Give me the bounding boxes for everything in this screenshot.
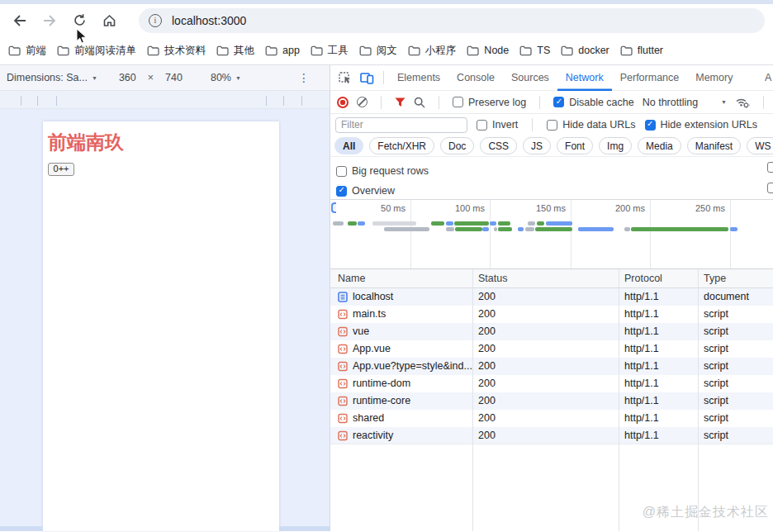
column-header-type[interactable]: Type [698, 269, 773, 287]
clipped-checkbox[interactable] [767, 162, 773, 173]
toggle-device-toolbar-icon[interactable] [357, 68, 377, 88]
bookmark-folder[interactable]: 前端阅读清单 [57, 44, 136, 58]
viewport-margin-band [0, 526, 43, 531]
cell-protocol: http/1.1 [619, 358, 698, 375]
tab-console[interactable]: Console [448, 65, 503, 91]
filter-chip-img[interactable]: Img [599, 137, 632, 154]
bookmark-folder[interactable]: docker [561, 45, 609, 56]
table-row[interactable]: main.ts200http/1.1script [330, 306, 773, 323]
checkbox-unchecked[interactable] [477, 120, 487, 131]
table-row[interactable]: shared200http/1.1script [330, 410, 773, 427]
zoom-select[interactable]: 80% ▼ [211, 72, 241, 83]
viewport-margin-band [279, 526, 330, 531]
preserve-log-checkbox[interactable]: Preserve log [453, 97, 526, 108]
network-conditions-icon[interactable] [735, 97, 750, 108]
filter-chip-all[interactable]: All [334, 137, 363, 154]
throttling-select[interactable]: No throttling [643, 97, 698, 108]
counter-button[interactable]: 0++ [48, 163, 74, 176]
filter-chip-font[interactable]: Font [557, 137, 593, 154]
filter-chip-js[interactable]: JS [523, 137, 551, 154]
address-bar[interactable]: i localhost:3000 [139, 8, 765, 33]
divider [532, 118, 533, 131]
checkbox-unchecked[interactable] [547, 120, 557, 131]
tab-application-clipped[interactable]: A [765, 65, 773, 91]
table-row[interactable]: runtime-dom200http/1.1script [330, 375, 773, 392]
bookmark-folder[interactable]: 小程序 [408, 44, 457, 58]
url-text[interactable]: localhost:3000 [172, 14, 246, 27]
bookmark-folder[interactable]: 技术资料 [147, 44, 206, 58]
forward-icon[interactable] [38, 9, 61, 32]
bookmark-folder[interactable]: 前端 [8, 44, 46, 58]
table-row[interactable]: vue200http/1.1script [330, 323, 773, 340]
viewport-height-field[interactable]: 740 [165, 72, 183, 83]
viewport-width-field[interactable]: 360 [119, 72, 136, 83]
inspect-element-icon[interactable] [335, 68, 355, 88]
search-icon[interactable] [414, 97, 425, 108]
divider [539, 96, 540, 109]
hide-data-urls-checkbox[interactable]: Hide data URLs [547, 119, 635, 131]
invert-checkbox[interactable]: Invert [477, 119, 518, 131]
checkbox-checked[interactable] [336, 186, 347, 197]
folder-icon [311, 45, 323, 56]
bookmark-folder[interactable]: 其他 [216, 44, 254, 58]
filter-chip-ws[interactable]: WS [747, 137, 773, 154]
filter-chip-media[interactable]: Media [638, 137, 681, 154]
tab-sources[interactable]: Sources [503, 65, 557, 91]
device-toolbar-menu-icon[interactable]: ⋮ [298, 71, 310, 84]
cell-status: 200 [472, 288, 619, 306]
tab-network[interactable]: Network [557, 65, 612, 91]
cell-status: 200 [472, 340, 619, 358]
browser-window: i localhost:3000 前端前端阅读清单技术资料其他app工具阅文小程… [0, 0, 773, 532]
big-request-rows-checkbox[interactable]: Big request rows [336, 161, 773, 181]
request-name: localhost [353, 288, 393, 306]
cell-status: 200 [472, 375, 619, 392]
checkbox-unchecked[interactable] [453, 97, 463, 107]
bookmark-folder[interactable]: TS [519, 45, 550, 56]
tab-memory[interactable]: Memory [687, 65, 741, 91]
tab-elements[interactable]: Elements [389, 65, 448, 91]
table-row[interactable]: reactivity200http/1.1script [330, 427, 773, 444]
disable-cache-checkbox[interactable]: Disable cache [553, 97, 634, 108]
home-icon[interactable] [97, 9, 121, 32]
column-header-status[interactable]: Status [472, 269, 619, 287]
record-network-log-icon[interactable] [337, 97, 349, 108]
browser-toolbar: i localhost:3000 [0, 4, 773, 36]
filter-chip-css[interactable]: CSS [480, 137, 517, 154]
filter-chip-manifest[interactable]: Manifest [687, 137, 741, 154]
table-row[interactable]: localhost200http/1.1document [330, 288, 773, 306]
site-info-icon[interactable]: i [149, 14, 162, 27]
column-header-protocol[interactable]: Protocol [619, 269, 698, 287]
clear-network-log-icon[interactable] [357, 97, 368, 107]
bookmark-label: docker [578, 45, 609, 56]
ruler-tick [301, 96, 302, 106]
checkbox-checked[interactable] [553, 97, 564, 107]
timeline-selection-handle[interactable] [331, 202, 336, 213]
table-row[interactable]: runtime-core200http/1.1script [330, 392, 773, 410]
filter-input[interactable] [335, 117, 467, 133]
filter-chip-doc[interactable]: Doc [440, 137, 474, 154]
bookmark-folder[interactable]: 工具 [311, 44, 349, 58]
back-icon[interactable] [8, 9, 31, 32]
overview-checkbox[interactable]: Overview [336, 181, 773, 201]
checkbox-checked[interactable] [645, 120, 656, 131]
hide-extension-urls-checkbox[interactable]: Hide extension URLs [645, 119, 757, 131]
column-header-name[interactable]: Name [330, 269, 472, 287]
network-overview-timeline[interactable]: 50 ms100 ms150 ms200 ms250 ms [330, 200, 773, 269]
request-name: shared [353, 410, 384, 427]
table-row[interactable]: App.vue?type=style&ind...200http/1.1scri… [330, 358, 773, 375]
checkbox-unchecked[interactable] [336, 166, 347, 177]
bookmark-folder[interactable]: 阅文 [359, 44, 397, 58]
chevron-down-icon[interactable]: ▼ [721, 99, 727, 105]
filter-chip-fetch-xhr[interactable]: Fetch/XHR [369, 137, 434, 154]
disable-cache-label: Disable cache [569, 97, 634, 108]
tab-performance[interactable]: Performance [612, 65, 688, 91]
table-row[interactable]: App.vue200http/1.1script [330, 340, 773, 358]
filter-funnel-icon[interactable] [395, 97, 405, 107]
bookmark-folder[interactable]: app [265, 45, 300, 56]
clipped-checkbox[interactable] [767, 183, 773, 193]
invert-label: Invert [492, 119, 518, 131]
dimensions-select[interactable]: Dimensions: Sa... ▼ [7, 72, 97, 83]
bookmark-folder[interactable]: flutter [620, 45, 663, 56]
request-name: reactivity [353, 427, 393, 444]
bookmark-folder[interactable]: Node [467, 45, 509, 56]
